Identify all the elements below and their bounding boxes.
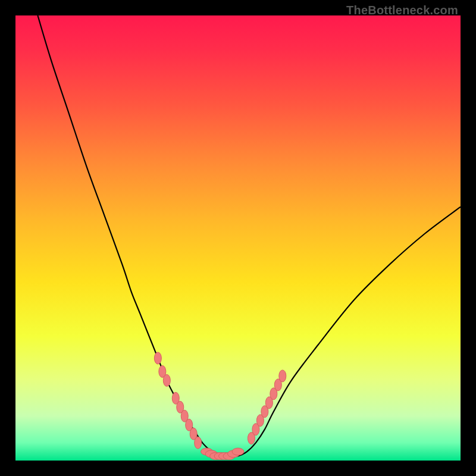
chart-curve-svg [15, 15, 461, 461]
attribution-watermark: TheBottleneck.com [346, 4, 458, 17]
data-marker [232, 448, 244, 455]
markers-bottom-branch [201, 448, 244, 459]
chart-plot-area [15, 15, 461, 461]
data-marker [195, 437, 202, 449]
markers-right-branch [248, 370, 286, 444]
bottleneck-curve [37, 15, 461, 456]
markers-left-branch [154, 352, 201, 449]
data-marker [163, 374, 170, 386]
data-marker [279, 370, 286, 382]
data-marker [154, 352, 161, 364]
